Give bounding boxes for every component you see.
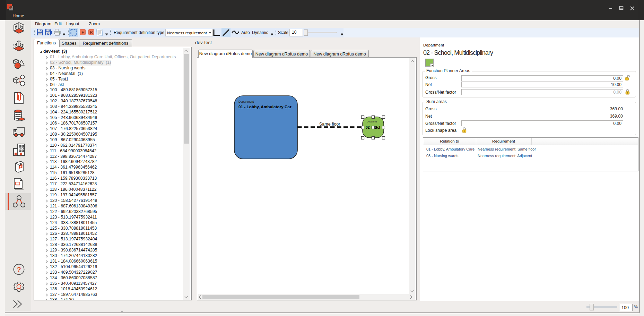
svg-text:02: 02 (366, 125, 370, 129)
svg-text:?: ? (17, 266, 21, 273)
svg-text:Same floor: Same floor (319, 122, 340, 127)
svg-text:R: R (90, 30, 93, 34)
svg-text:F: F (81, 30, 84, 34)
svg-text:Department: Department (238, 100, 254, 103)
svg-text:Scl: Scl (375, 125, 380, 129)
svg-text:Departme: Departme (367, 120, 377, 123)
svg-text:01 - Lobby, Ambulatory Car: 01 - Lobby, Ambulatory Car (238, 104, 291, 109)
